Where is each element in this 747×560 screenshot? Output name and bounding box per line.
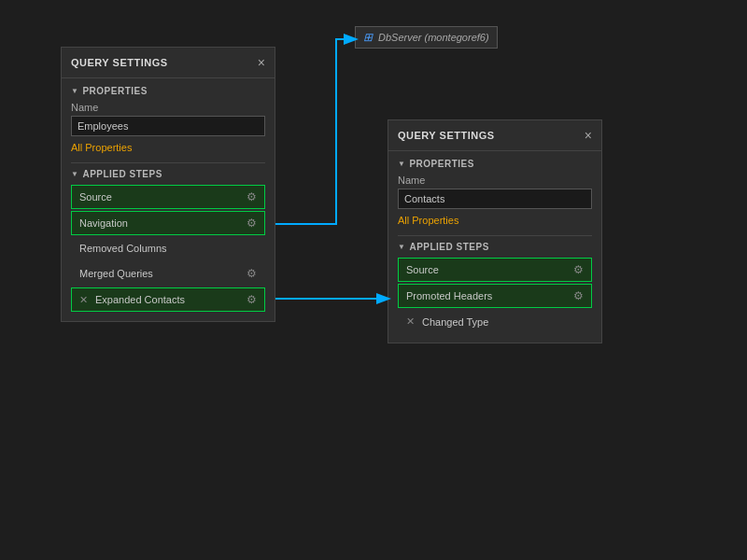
right-steps-container: Source⚙Promoted Headers⚙✕Changed Type [398, 258, 592, 333]
right-panel-title: QUERY SETTINGS [398, 130, 495, 141]
step-error-icon: ✕ [79, 294, 88, 306]
db-server-text: DbServer (montegoref6) [378, 32, 489, 43]
left-name-input[interactable] [71, 116, 265, 136]
step-label: Navigation [79, 217, 128, 229]
step-item[interactable]: Removed Columns [71, 237, 265, 259]
step-item[interactable]: ✕Changed Type [398, 310, 592, 333]
left-steps-header: ▼ APPLIED STEPS [71, 169, 265, 179]
step-label: Expanded Contacts [95, 294, 185, 305]
step-gear-icon[interactable]: ⚙ [247, 267, 257, 280]
right-name-input[interactable] [398, 189, 592, 209]
left-panel-body: ▼ PROPERTIES Name All Properties ▼ APPLI… [62, 78, 275, 321]
step-gear-icon[interactable]: ⚙ [247, 190, 257, 203]
right-steps-header: ▼ APPLIED STEPS [398, 242, 592, 252]
left-steps-label: APPLIED STEPS [82, 169, 162, 179]
right-steps-triangle: ▼ [398, 243, 405, 251]
left-divider [71, 162, 265, 163]
step-label: Source [406, 264, 439, 275]
step-item[interactable]: Navigation⚙ [71, 211, 265, 235]
step-gear-icon[interactable]: ⚙ [247, 293, 257, 306]
right-query-settings-panel: QUERY SETTINGS × ▼ PROPERTIES Name All P… [388, 119, 602, 343]
left-properties-label: PROPERTIES [82, 86, 147, 96]
right-all-properties-link[interactable]: All Properties [398, 215, 592, 226]
step-left: ✕Expanded Contacts [79, 294, 185, 306]
left-all-properties-link[interactable]: All Properties [71, 142, 265, 153]
step-gear-icon[interactable]: ⚙ [573, 289, 584, 302]
step-item[interactable]: Merged Queries⚙ [71, 261, 265, 286]
step-label: Merged Queries [79, 268, 153, 279]
left-steps-container: Source⚙Navigation⚙Removed ColumnsMerged … [71, 185, 265, 312]
right-panel-body: ▼ PROPERTIES Name All Properties ▼ APPLI… [388, 151, 601, 343]
step-item[interactable]: ✕Expanded Contacts⚙ [71, 287, 265, 312]
left-panel-header: QUERY SETTINGS × [62, 48, 275, 78]
step-left: ✕Changed Type [406, 315, 488, 328]
right-properties-label: PROPERTIES [409, 159, 473, 169]
right-properties-header: ▼ PROPERTIES [398, 159, 592, 169]
db-icon: ⊞ [363, 31, 373, 44]
step-label: Promoted Headers [406, 290, 492, 301]
arrow-to-db [275, 39, 355, 224]
right-divider [398, 235, 592, 236]
left-steps-triangle: ▼ [71, 170, 78, 178]
right-name-label: Name [398, 175, 592, 186]
step-left: Merged Queries [79, 268, 153, 279]
step-item[interactable]: Promoted Headers⚙ [398, 284, 592, 308]
step-left: Source [406, 264, 439, 275]
step-label: Changed Type [422, 316, 488, 328]
step-label: Removed Columns [79, 243, 167, 254]
left-properties-triangle: ▼ [71, 87, 78, 95]
step-left: Removed Columns [79, 243, 167, 254]
left-query-settings-panel: QUERY SETTINGS × ▼ PROPERTIES Name All P… [61, 47, 275, 322]
left-close-button[interactable]: × [258, 55, 265, 70]
step-gear-icon[interactable]: ⚙ [247, 217, 257, 230]
step-gear-icon[interactable]: ⚙ [573, 263, 584, 276]
left-properties-header: ▼ PROPERTIES [71, 86, 265, 96]
right-properties-triangle: ▼ [398, 160, 405, 168]
step-item[interactable]: Source⚙ [398, 258, 592, 282]
step-left: Promoted Headers [406, 290, 492, 301]
right-panel-header: QUERY SETTINGS × [388, 120, 601, 151]
step-label: Source [79, 191, 112, 203]
right-steps-label: APPLIED STEPS [409, 242, 488, 252]
left-name-label: Name [71, 102, 265, 113]
left-applied-steps: ▼ APPLIED STEPS Source⚙Navigation⚙Remove… [71, 169, 265, 312]
right-close-button[interactable]: × [585, 128, 592, 143]
step-left: Navigation [79, 217, 128, 229]
step-item[interactable]: Source⚙ [71, 185, 265, 209]
right-applied-steps: ▼ APPLIED STEPS Source⚙Promoted Headers⚙… [398, 242, 592, 333]
db-server-label: ⊞ DbServer (montegoref6) [355, 26, 498, 49]
left-panel-title: QUERY SETTINGS [71, 57, 168, 68]
step-left: Source [79, 191, 112, 203]
step-error-icon: ✕ [406, 315, 415, 328]
